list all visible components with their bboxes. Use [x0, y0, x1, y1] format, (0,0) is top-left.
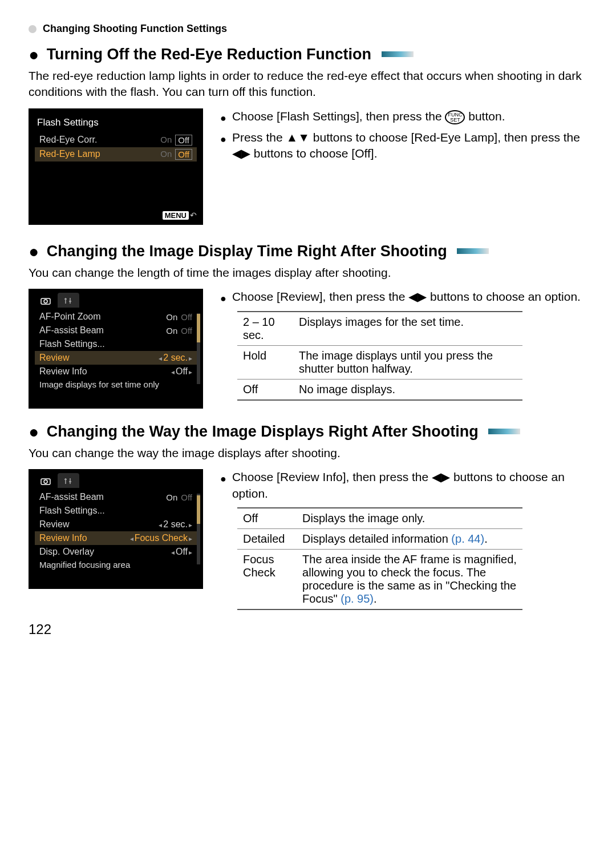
lcd3-row-0[interactable]: AF-assist Beam OnOff: [35, 490, 197, 504]
s3-v1: Displays detailed information: [302, 532, 451, 545]
table-row: HoldThe image displays until you press t…: [237, 346, 522, 380]
section3-step: ● Choose [Review Info], then press the ◀…: [220, 469, 587, 502]
tab-tools[interactable]: [58, 473, 79, 488]
lcd3-row-4[interactable]: Disp. Overlay Off: [35, 545, 197, 559]
leftright-icon: ◀▶: [408, 290, 427, 303]
s2-v1: The image displays until you press the s…: [293, 346, 522, 380]
lcd3-row-2[interactable]: Review 2 sec.: [35, 518, 197, 531]
lcd1-row-1-on: On: [160, 149, 172, 160]
section3-lcd: AF-assist Beam OnOff Flash Settings... R…: [29, 469, 203, 589]
lcd1-row-1[interactable]: Red-Eye Lamp On Off: [35, 147, 197, 162]
lcd2-row-4-val: Off: [171, 366, 192, 377]
s1-step1-post: buttons to choose [Off].: [254, 147, 378, 160]
s2-step-pre: Choose [Review], then press the: [232, 290, 408, 303]
menu-icon: MENU: [163, 211, 189, 220]
leftright-icon: ◀▶: [232, 147, 250, 160]
breadcrumb: Changing Shooting Function Settings: [29, 23, 587, 35]
breadcrumb-dot-icon: [29, 25, 37, 33]
section1-lcd: Flash Settings Red-Eye Corr. On Off Red-…: [29, 108, 203, 225]
s2-step-post: buttons to choose an option.: [430, 290, 581, 303]
lcd1-title: Flash Settings: [35, 115, 197, 133]
back-icon: ↶: [190, 211, 197, 220]
bullet-icon: ●: [29, 45, 39, 64]
bullet-icon: ●: [29, 242, 39, 261]
lcd2-row-3-val: 2 sec.: [159, 353, 192, 363]
table-row: Focus Check The area inside the AF frame…: [237, 550, 522, 610]
s3-k1: Detailed: [237, 529, 297, 550]
heading-rule: [382, 51, 414, 57]
bullet-icon: ●: [220, 111, 226, 125]
s2-k1: Hold: [237, 346, 293, 380]
lcd3-help: Magnified focusing area: [35, 559, 197, 573]
lcd2-help: Image displays for set time only: [35, 378, 197, 393]
tab-tools[interactable]: [58, 293, 79, 308]
lcd3-row-4-val: Off: [171, 547, 192, 557]
section1-step-0: ● Choose [Flash Settings], then press th…: [220, 108, 587, 125]
page-number: 122: [29, 621, 587, 637]
table-row: Off Displays the image only.: [237, 508, 522, 529]
section1-title: Turning Off the Red-Eye Reduction Functi…: [42, 46, 371, 63]
section2-table: 2 – 10 sec.Displays images for the set t…: [237, 311, 522, 401]
section3-heading: ● Changing the Way the Image Displays Ri…: [29, 422, 587, 442]
table-row: OffNo image displays.: [237, 380, 522, 401]
bullet-icon: ●: [220, 472, 226, 502]
leftright-icon: ◀▶: [432, 470, 450, 483]
lcd3-row-3-val: Focus Check: [130, 533, 192, 543]
section2-lcd: AF-Point Zoom OnOff AF-assist Beam OnOff…: [29, 289, 203, 409]
lcd3-row-3-label: Review Info: [39, 533, 87, 543]
section2-body: You can change the length of time the im…: [29, 265, 587, 281]
section1-heading: ● Turning Off the Red-Eye Reduction Func…: [29, 45, 587, 64]
lcd2-row-3[interactable]: Review 2 sec.: [35, 351, 197, 365]
bullet-icon: ●: [220, 292, 226, 305]
func-set-icon: FUNCSET: [445, 110, 465, 124]
lcd2-row-1-label: AF-assist Beam: [39, 325, 104, 336]
s3-k2: Focus Check: [237, 550, 297, 610]
lcd1-menu-footer[interactable]: MENU↶: [163, 211, 197, 220]
updown-icon: ▲▼: [286, 131, 310, 144]
lcd2-row-4[interactable]: Review Info Off: [35, 365, 197, 378]
tab-camera[interactable]: [35, 293, 56, 308]
page-link-44[interactable]: (p. 44): [451, 532, 484, 545]
camera-icon: [40, 477, 51, 485]
lcd3-scrollbar[interactable]: [197, 494, 200, 564]
s2-k0: 2 – 10 sec.: [237, 312, 293, 346]
section1-step-1: ● Press the ▲▼ buttons to choose [Red-Ey…: [220, 130, 587, 162]
s3-v2: The area inside the AF frame is magnifie…: [302, 553, 517, 605]
lcd3-row-2-val: 2 sec.: [159, 519, 192, 530]
s2-v0: Displays images for the set time.: [293, 312, 522, 346]
svg-point-1: [44, 300, 47, 303]
section2-step: ● Choose [Review], then press the ◀▶ but…: [220, 289, 587, 305]
lcd3-tabs[interactable]: [35, 473, 197, 488]
s1-step0-post: button.: [468, 110, 505, 123]
lcd3-row-1-label: Flash Settings...: [39, 506, 105, 516]
tab-camera[interactable]: [35, 473, 56, 488]
lcd2-row-2-label: Flash Settings...: [39, 339, 105, 349]
camera-icon: [40, 297, 51, 305]
lcd3-row-1[interactable]: Flash Settings...: [35, 504, 197, 518]
section3-title: Changing the Way the Image Displays Righ…: [42, 423, 479, 440]
lcd2-row-0[interactable]: AF-Point Zoom OnOff: [35, 310, 197, 324]
lcd3-row-4-label: Disp. Overlay: [39, 547, 94, 557]
lcd1-row-0-off: Off: [175, 135, 192, 146]
lcd1-row-0-label: Red-Eye Corr.: [39, 135, 97, 145]
lcd1-row-0[interactable]: Red-Eye Corr. On Off: [35, 133, 197, 147]
s3-v0: Displays the image only.: [297, 508, 522, 529]
s3-step-pre: Choose [Review Info], then press the: [232, 470, 432, 483]
section3-table: Off Displays the image only. Detailed Di…: [237, 507, 522, 610]
s2-v2: No image displays.: [293, 380, 522, 401]
lcd3-row-3[interactable]: Review Info Focus Check: [35, 531, 197, 545]
section3-body: You can change the way the image display…: [29, 445, 587, 461]
s3-k0: Off: [237, 508, 297, 529]
lcd3-row-2-label: Review: [39, 519, 69, 530]
page-link-95[interactable]: (p. 95): [341, 592, 374, 605]
lcd2-row-4-label: Review Info: [39, 366, 87, 377]
lcd2-row-1[interactable]: AF-assist Beam OnOff: [35, 324, 197, 337]
lcd2-scrollbar[interactable]: [197, 313, 200, 384]
lcd2-tabs[interactable]: [35, 293, 197, 308]
lcd1-row-0-on: On: [160, 135, 172, 146]
section1-body: The red-eye reduction lamp lights in ord…: [29, 68, 587, 100]
lcd2-row-2[interactable]: Flash Settings...: [35, 337, 197, 351]
section2-title: Changing the Image Display Time Right Af…: [42, 243, 447, 260]
bullet-icon: ●: [220, 132, 226, 162]
lcd3-row-0-label: AF-assist Beam: [39, 492, 104, 502]
